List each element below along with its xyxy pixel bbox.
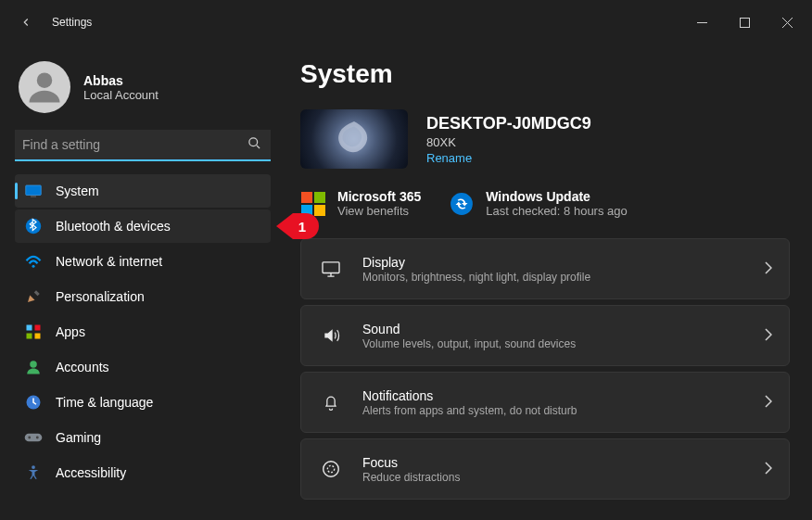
- svg-point-19: [324, 462, 339, 477]
- search-box[interactable]: [15, 130, 271, 161]
- bluetooth-icon: [24, 217, 43, 235]
- bloom-icon: [329, 114, 379, 164]
- settings-tile-focus[interactable]: FocusReduce distractions: [300, 438, 790, 500]
- maximize-icon: [740, 18, 750, 28]
- sidebar-item-apps[interactable]: Apps: [15, 315, 271, 349]
- sidebar-item-label: Gaming: [56, 430, 101, 445]
- sidebar-item-gaming[interactable]: Gaming: [15, 421, 271, 454]
- svg-point-14: [28, 437, 31, 439]
- svg-rect-13: [25, 434, 43, 442]
- minimize-button[interactable]: [680, 7, 723, 37]
- sound-icon: [318, 326, 344, 345]
- tile-title: Focus: [362, 455, 765, 470]
- arrow-left-icon: [19, 16, 32, 29]
- device-summary: DESKTOP-J0MDGC9 80XK Rename: [300, 109, 790, 169]
- main-panel: System DESKTOP-J0MDGC9 80XK Rename M: [278, 44, 812, 520]
- settings-tile-list: DisplayMonitors, brightness, night light…: [300, 238, 790, 500]
- svg-rect-4: [31, 196, 36, 197]
- tile-subtitle: Monitors, brightness, night light, displ…: [362, 271, 765, 284]
- chevron-right-icon: [765, 462, 772, 477]
- titlebar: Settings: [0, 0, 812, 44]
- chevron-right-icon: [765, 395, 772, 411]
- svg-rect-9: [27, 334, 32, 339]
- search-icon: [247, 136, 261, 153]
- windows-update-card[interactable]: Windows Update Last checked: 8 hours ago: [449, 189, 628, 218]
- close-icon: [782, 18, 793, 28]
- maximize-button[interactable]: [723, 7, 766, 37]
- device-model: 80XK: [426, 135, 591, 149]
- svg-point-6: [32, 265, 35, 268]
- accessibility-icon: [24, 463, 43, 482]
- svg-point-1: [37, 72, 53, 88]
- notifications-icon: [318, 392, 344, 412]
- annotation-callout: 1: [276, 213, 319, 239]
- settings-tile-display[interactable]: DisplayMonitors, brightness, night light…: [300, 238, 790, 299]
- settings-tile-sound[interactable]: SoundVolume levels, output, input, sound…: [300, 305, 790, 366]
- user-name: Abbas: [83, 73, 159, 88]
- minimize-icon: [697, 18, 707, 28]
- sidebar-item-label: Personalization: [56, 289, 145, 304]
- sidebar-item-label: System: [56, 184, 99, 198]
- tile-subtitle: Alerts from apps and system, do not dist…: [362, 404, 765, 417]
- svg-rect-8: [35, 325, 41, 331]
- svg-point-15: [36, 437, 39, 439]
- search-input[interactable]: [22, 137, 239, 152]
- svg-rect-3: [26, 185, 42, 196]
- page-title: System: [300, 59, 790, 89]
- back-button[interactable]: [11, 7, 41, 37]
- tile-title: Display: [362, 255, 765, 270]
- nav-list: SystemBluetooth & devices1Network & inte…: [15, 174, 271, 489]
- close-button[interactable]: [766, 7, 808, 37]
- focus-icon: [318, 459, 344, 479]
- sidebar-item-label: Apps: [56, 324, 85, 339]
- gaming-icon: [24, 428, 43, 447]
- sidebar-item-network[interactable]: Network & internet: [15, 245, 271, 278]
- tile-subtitle: Reduce distractions: [362, 471, 765, 484]
- device-name: DESKTOP-J0MDGC9: [426, 114, 591, 133]
- sidebar-item-accounts[interactable]: Accounts: [15, 350, 271, 384]
- personalization-icon: [24, 287, 43, 306]
- sidebar-item-label: Bluetooth & devices: [56, 219, 171, 234]
- sidebar-item-system[interactable]: System: [15, 174, 271, 208]
- svg-rect-10: [35, 334, 41, 339]
- svg-point-17: [450, 193, 473, 215]
- svg-point-11: [30, 361, 37, 368]
- svg-rect-0: [740, 18, 749, 27]
- update-icon: [449, 191, 475, 217]
- sidebar-item-label: Accounts: [56, 360, 109, 374]
- sidebar: Abbas Local Account SystemBluetooth & de…: [0, 44, 278, 520]
- tile-title: Sound: [362, 322, 765, 336]
- ms365-title: Microsoft 365: [337, 189, 421, 204]
- avatar: [19, 61, 70, 113]
- sidebar-item-label: Network & internet: [56, 254, 162, 269]
- svg-rect-18: [323, 262, 339, 273]
- apps-icon: [24, 323, 43, 341]
- sidebar-item-label: Accessibility: [56, 465, 126, 480]
- window-controls: [680, 7, 808, 37]
- svg-point-16: [32, 465, 35, 469]
- time-icon: [24, 393, 43, 412]
- system-icon: [24, 182, 43, 200]
- display-icon: [318, 260, 344, 277]
- network-icon: [24, 252, 43, 271]
- chevron-right-icon: [765, 261, 772, 277]
- rename-link[interactable]: Rename: [426, 151, 591, 165]
- sidebar-item-time[interactable]: Time & language: [15, 386, 271, 419]
- update-title: Windows Update: [486, 189, 628, 204]
- sidebar-item-accessibility[interactable]: Accessibility: [15, 456, 271, 489]
- sidebar-item-personalization[interactable]: Personalization: [15, 280, 271, 313]
- sidebar-item-bluetooth[interactable]: Bluetooth & devices1: [15, 209, 271, 243]
- update-sub: Last checked: 8 hours ago: [486, 204, 628, 218]
- svg-point-20: [327, 465, 334, 472]
- tile-subtitle: Volume levels, output, input, sound devi…: [362, 337, 765, 350]
- ms365-sub: View benefits: [337, 204, 421, 218]
- tile-title: Notifications: [362, 388, 765, 403]
- svg-point-2: [249, 138, 258, 146]
- desktop-wallpaper-thumb[interactable]: [300, 109, 408, 169]
- user-block[interactable]: Abbas Local Account: [15, 52, 271, 130]
- settings-tile-notifications[interactable]: NotificationsAlerts from apps and system…: [300, 372, 790, 433]
- chevron-right-icon: [765, 328, 772, 344]
- user-icon: [24, 67, 65, 108]
- window-title: Settings: [52, 16, 92, 29]
- callout-badge: 1: [293, 213, 319, 239]
